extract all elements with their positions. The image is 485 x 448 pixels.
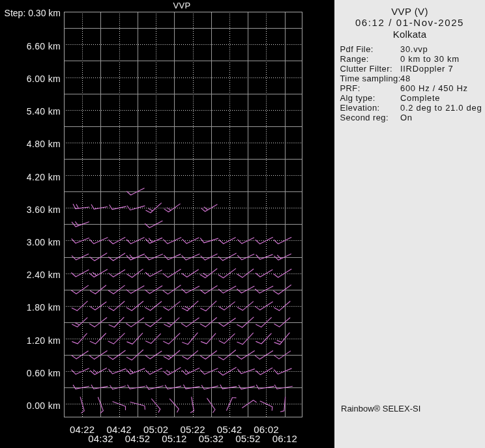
svg-text:05:32: 05:32 [199,433,224,444]
svg-text:VVP: VVP [173,1,190,10]
svg-text:5.40 km: 5.40 km [27,106,61,117]
svg-text:06:12: 06:12 [272,433,297,444]
svg-text:1.80 km: 1.80 km [27,302,61,313]
svg-text:3.60 km: 3.60 km [27,204,61,215]
svg-text:05:52: 05:52 [235,433,260,444]
svg-text:4.20 km: 4.20 km [27,172,61,182]
svg-text:0.60 km: 0.60 km [27,368,61,378]
svg-text:1.20 km: 1.20 km [27,335,61,346]
svg-text:Step: 0.30 km: Step: 0.30 km [5,8,61,18]
svg-text:3.00 km: 3.00 km [27,237,61,247]
svg-text:0.00 km: 0.00 km [27,400,61,411]
svg-text:6.00 km: 6.00 km [27,74,61,84]
svg-text:05:12: 05:12 [162,433,186,444]
svg-text:6.60 km: 6.60 km [27,41,61,51]
svg-text:4.80 km: 4.80 km [27,139,61,149]
svg-text:04:32: 04:32 [88,433,113,444]
svg-text:2.40 km: 2.40 km [27,270,61,280]
svg-text:04:52: 04:52 [125,433,150,444]
